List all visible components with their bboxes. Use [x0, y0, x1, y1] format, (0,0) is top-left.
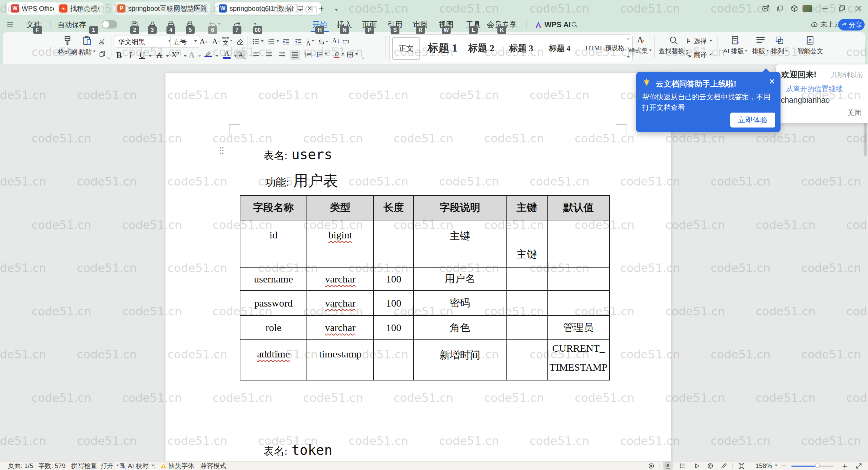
fit-page-button[interactable]: [738, 462, 745, 470]
justify-button[interactable]: [290, 50, 300, 60]
highlight-color-button[interactable]: [204, 50, 212, 57]
phonetic-guide-button[interactable]: wén文: [222, 36, 233, 46]
missing-font-warning[interactable]: 缺失字体: [160, 462, 194, 470]
restore-window-button[interactable]: [837, 3, 847, 14]
translate-button[interactable]: 翻译: [685, 51, 712, 59]
style-heading4[interactable]: 标题 4: [549, 35, 570, 62]
italic-button[interactable]: I: [129, 51, 132, 60]
smart-official-doc-button[interactable]: 智能公文: [795, 35, 826, 56]
underline-chevron-icon[interactable]: [149, 55, 152, 58]
hamburger-menu-icon[interactable]: [6, 17, 14, 32]
tab-list-chevron-icon[interactable]: [334, 5, 338, 15]
font-dialog-launcher-icon[interactable]: ↘: [242, 55, 246, 61]
strikethrough-chevron-icon[interactable]: [166, 55, 169, 58]
view-reader-button[interactable]: [693, 462, 701, 470]
strikethrough-button[interactable]: A: [156, 51, 162, 60]
select-button[interactable]: 选择: [685, 37, 712, 46]
zoom-slider-track[interactable]: [791, 466, 833, 467]
cloud-upload-status[interactable]: 未上云: [810, 17, 841, 32]
copy-button[interactable]: [98, 50, 106, 58]
floating-window-icon[interactable]: [775, 3, 785, 14]
view-edit-pen-button[interactable]: [720, 462, 728, 470]
zoom-in-button[interactable]: +: [842, 462, 847, 470]
style-heading3[interactable]: 标题 3: [509, 35, 533, 62]
page-indicator[interactable]: 页面: 1/5: [8, 462, 33, 470]
shading-button[interactable]: [333, 51, 344, 59]
field-definition-table[interactable]: 字段名称 类型 长度 字段说明 主键 默认值 id bigint 主键 主键 u…: [240, 195, 610, 380]
line-spacing-button[interactable]: [316, 51, 328, 59]
font-name-select[interactable]: 华文细黑: [115, 36, 174, 48]
layout-button[interactable]: 排版: [750, 35, 771, 56]
increase-indent-button[interactable]: [294, 38, 302, 46]
share-button[interactable]: 分享: [838, 19, 865, 31]
cut-button[interactable]: [98, 38, 106, 46]
search-icon[interactable]: [570, 17, 578, 32]
paste-button[interactable]: 粘贴: [76, 35, 98, 56]
user-avatar[interactable]: [802, 3, 812, 14]
widgets-cube-icon[interactable]: [789, 3, 800, 14]
font-color-button[interactable]: A: [223, 50, 231, 59]
table-drag-handle-icon[interactable]: [220, 147, 224, 155]
close-tab-icon[interactable]: ✕: [307, 4, 313, 13]
align-right-button[interactable]: [278, 51, 286, 59]
continue-position-link[interactable]: 从离开的位置继续: [786, 84, 843, 94]
bullet-list-button[interactable]: [252, 38, 264, 46]
notification-close-icon[interactable]: ✕: [769, 77, 775, 86]
compatibility-mode[interactable]: 兼容模式: [200, 462, 226, 470]
autosave-toggle[interactable]: [102, 20, 117, 28]
clipboard-dialog-launcher-icon[interactable]: ↘: [106, 55, 111, 61]
arrange-button[interactable]: 排列: [769, 35, 790, 56]
view-web-button[interactable]: [707, 462, 714, 470]
minimize-button[interactable]: [820, 3, 830, 14]
ai-proofread-button[interactable]: AI 校对: [119, 462, 154, 470]
distribute-button[interactable]: [305, 51, 313, 59]
zoom-level[interactable]: 158%: [755, 462, 777, 470]
superscript-chevron-icon[interactable]: [184, 55, 186, 58]
view-outline-button[interactable]: [679, 462, 686, 470]
close-window-button[interactable]: [854, 3, 864, 14]
document-page[interactable]: 表名: users 功能: 用户表 字段名称 类型 长度 字段说明 主键 默: [165, 73, 671, 461]
tab-wps-home[interactable]: W WPS Office: [7, 2, 58, 15]
align-left-button[interactable]: [252, 51, 260, 59]
wps-ai-button[interactable]: WPS AI: [534, 17, 571, 32]
highlight-chevron-icon[interactable]: [216, 55, 218, 58]
decrease-indent-button[interactable]: [282, 38, 290, 46]
zoom-slider-thumb[interactable]: [815, 464, 820, 468]
style-html-preformatted[interactable]: HTML 预设格.: [586, 35, 626, 62]
focus-mode-icon[interactable]: [648, 462, 655, 470]
table-function-heading[interactable]: 功能: 用户表: [265, 171, 338, 191]
spellcheck-status[interactable]: 拼写检查: 打开: [71, 462, 119, 470]
new-tab-button[interactable]: +: [319, 3, 324, 14]
try-now-button[interactable]: 立即体验: [730, 113, 775, 128]
underline-button[interactable]: U: [139, 51, 145, 60]
clear-format-button[interactable]: [236, 38, 244, 46]
borders-button[interactable]: [346, 51, 358, 59]
word-count[interactable]: 字数: 579: [38, 462, 65, 470]
table-name-heading[interactable]: 表名: users: [263, 146, 332, 163]
ai-layout-button[interactable]: AI 排版: [721, 35, 750, 56]
style-set-button[interactable]: A 样式集: [629, 35, 651, 55]
bold-button[interactable]: B: [116, 51, 122, 60]
text-effects-chevron-icon[interactable]: [198, 55, 201, 58]
next-table-name-heading[interactable]: 表名: token: [263, 442, 332, 458]
font-size-select[interactable]: 五号: [170, 36, 200, 48]
ai-assistant-icon[interactable]: [761, 3, 771, 14]
superscript-button[interactable]: X²: [171, 51, 179, 59]
recent-doc-name[interactable]: echangbianhao: [776, 96, 830, 105]
sort-button[interactable]: A↓: [332, 37, 340, 45]
tab-presentation[interactable]: P springboot互联网智慧医院体检平台: [113, 2, 210, 15]
zoom-out-button[interactable]: −: [781, 462, 786, 470]
tab-docer-template[interactable]: ❧ 找稻壳模板: [55, 2, 103, 15]
paragraph-dialog-launcher-icon[interactable]: ↘: [360, 55, 365, 61]
increase-font-size-button[interactable]: A+: [199, 37, 208, 46]
tab-document-active[interactable]: W springbootq6l1n数据库文 ✕: [215, 2, 321, 15]
view-page-mode-button[interactable]: [663, 462, 673, 470]
welcome-close-button[interactable]: 关闭: [847, 108, 862, 118]
style-normal[interactable]: 正文: [392, 37, 420, 60]
numbered-list-button[interactable]: [268, 38, 279, 46]
style-heading1[interactable]: 标题 1: [428, 35, 457, 62]
character-scaling-button[interactable]: ↔A: [306, 36, 314, 46]
style-heading2[interactable]: 标题 2: [468, 35, 494, 62]
text-effects-button[interactable]: A: [189, 51, 195, 60]
align-center-button[interactable]: [265, 51, 273, 59]
